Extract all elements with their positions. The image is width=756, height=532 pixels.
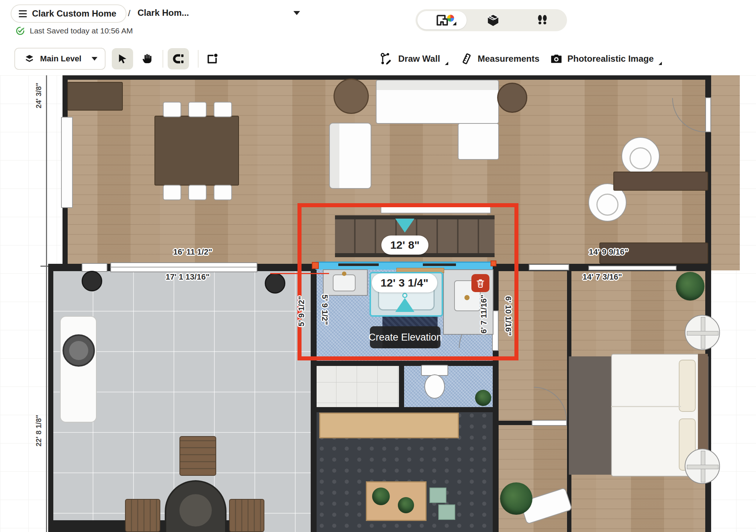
trash-icon xyxy=(475,278,485,288)
project-menu-button[interactable]: Clark Custom Home xyxy=(11,4,126,23)
draw-wall-label: Draw Wall xyxy=(398,54,440,64)
toolbar-divider-2 xyxy=(198,50,199,68)
adirondack-chair-1[interactable] xyxy=(179,436,216,476)
level-selector[interactable]: Main Level xyxy=(14,48,106,70)
level-name: Main Level xyxy=(40,54,86,64)
floor-exterior-right xyxy=(711,75,740,270)
hand-icon xyxy=(142,53,153,65)
wall-tool-button[interactable] xyxy=(168,48,189,69)
ruler-line xyxy=(46,75,47,532)
dining-chair[interactable] xyxy=(214,185,232,200)
bar-stool-2[interactable] xyxy=(265,273,285,294)
wall-top[interactable] xyxy=(63,75,708,80)
sofa-sectional-main[interactable] xyxy=(376,80,499,124)
window-patio-small[interactable] xyxy=(82,263,107,272)
view-walkthrough-button[interactable] xyxy=(518,9,567,31)
dining-chair[interactable] xyxy=(163,185,181,200)
floorplan-2d-icon xyxy=(435,13,449,27)
cube-stool-1[interactable] xyxy=(429,488,446,503)
breadcrumb-separator: / xyxy=(128,8,131,18)
bar-stool-1[interactable] xyxy=(82,271,102,291)
dining-table[interactable] xyxy=(154,116,239,186)
window-hall-1[interactable] xyxy=(529,264,569,270)
plant-water-closet[interactable] xyxy=(475,390,491,406)
outdoor-kitchen-counter[interactable] xyxy=(60,316,97,423)
project-name: Clark Custom Home xyxy=(32,8,116,19)
wall-marker-top[interactable] xyxy=(395,219,414,233)
plant-table-2 xyxy=(398,497,414,513)
ruler-label-top: 24' 3/8" xyxy=(35,83,43,108)
wall-handle-right[interactable] xyxy=(491,260,496,266)
last-saved-text: Last Saved today at 10:56 AM xyxy=(30,26,133,35)
room-tool-button[interactable] xyxy=(202,48,223,69)
dining-chair[interactable] xyxy=(188,102,207,117)
wall-marker-bottom[interactable] xyxy=(395,298,414,312)
wall-bath-closet-divider[interactable] xyxy=(311,361,499,366)
plant-hall[interactable] xyxy=(500,482,532,515)
dim-bath-left-inner: 5' 9 1/2" xyxy=(320,295,329,325)
delete-wall-button[interactable] xyxy=(471,274,489,292)
wall-bedroom-inner[interactable] xyxy=(499,421,532,425)
dim-great-room-right: 14' 9 9/16" xyxy=(589,247,628,257)
draw-wall-dropdown-corner xyxy=(445,62,448,65)
wall-magnet-icon xyxy=(172,53,185,65)
door-right-top[interactable] xyxy=(705,97,711,132)
view-2d-dropdown-corner xyxy=(453,22,456,25)
ceiling-fan-1[interactable] xyxy=(685,315,720,350)
cube-stool-2[interactable] xyxy=(438,504,455,520)
draw-wall-icon xyxy=(380,52,393,65)
create-elevation-button[interactable]: Create Elevation xyxy=(370,326,441,348)
document-title[interactable]: Clark Hom... xyxy=(138,8,189,18)
armchair-cushion-2 xyxy=(596,194,618,216)
patio-chair-right[interactable] xyxy=(229,499,264,532)
draw-wall-button[interactable]: Draw Wall xyxy=(380,48,448,69)
view-2d-button[interactable] xyxy=(417,11,467,29)
dining-chair[interactable] xyxy=(214,102,232,117)
view-mode-toggle xyxy=(416,9,567,31)
wall-patio-left[interactable] xyxy=(48,264,53,532)
dim-great-room-left: 16' 11 1/2" xyxy=(173,247,212,257)
camera-icon xyxy=(550,53,563,65)
cube-3d-icon xyxy=(486,13,500,28)
grill-grate xyxy=(69,341,88,360)
view-3d-button[interactable] xyxy=(468,9,518,31)
side-table-round-2[interactable] xyxy=(497,83,527,113)
mudroom-bench[interactable] xyxy=(319,413,459,438)
side-table-round[interactable] xyxy=(334,79,369,114)
wall-closet-divider[interactable] xyxy=(399,362,404,410)
wall-marker-knob[interactable] xyxy=(402,293,407,298)
wall-mudroom-divider[interactable] xyxy=(311,407,499,412)
photorealistic-dropdown-corner xyxy=(659,62,662,65)
pan-tool-button[interactable] xyxy=(137,48,158,69)
interior-length-pill[interactable]: 12' 3 1/4" xyxy=(372,273,437,292)
dining-chair[interactable] xyxy=(163,102,181,117)
fire-table-top xyxy=(179,494,212,526)
floorplan-canvas[interactable]: 24' 3/8" 22' 8 1/8" xyxy=(0,75,756,532)
cabinet-tall[interactable] xyxy=(61,117,73,208)
door-bedroom[interactable] xyxy=(532,420,567,426)
measurements-label: Measurements xyxy=(478,54,539,64)
measurements-button[interactable]: Measurements xyxy=(460,48,539,69)
photorealistic-button[interactable]: Photorealistic Image xyxy=(550,48,662,69)
cursor-icon xyxy=(117,53,128,65)
sofa-sectional-chaise[interactable] xyxy=(458,123,499,160)
dresser-long[interactable] xyxy=(613,172,708,191)
wall-handle-left[interactable] xyxy=(312,262,319,269)
ruler-label-bottom: 22' 8 1/8" xyxy=(35,415,43,447)
dim-bath-right-inner: 6' 7 11/16" xyxy=(479,295,489,334)
bed-pillow-1 xyxy=(679,360,696,412)
document-dropdown-caret[interactable] xyxy=(293,11,300,15)
select-tool-button[interactable] xyxy=(112,48,133,69)
sideboard[interactable] xyxy=(67,82,123,111)
loveseat[interactable] xyxy=(329,123,371,189)
dining-chair[interactable] xyxy=(188,185,207,200)
plant-bedroom-corner[interactable] xyxy=(676,272,705,301)
dim-hall-right: 14' 7 3/16" xyxy=(582,272,622,282)
ceiling-fan-2[interactable] xyxy=(685,449,720,484)
dim-garage-left: 17' 1 13/16" xyxy=(165,272,210,282)
window-hall-2[interactable] xyxy=(588,266,677,270)
wall-length-pill[interactable]: 12' 8" xyxy=(381,236,428,255)
floor-closet xyxy=(315,362,399,410)
armchair-cushion-1 xyxy=(630,147,652,169)
patio-chair-left[interactable] xyxy=(125,499,160,532)
